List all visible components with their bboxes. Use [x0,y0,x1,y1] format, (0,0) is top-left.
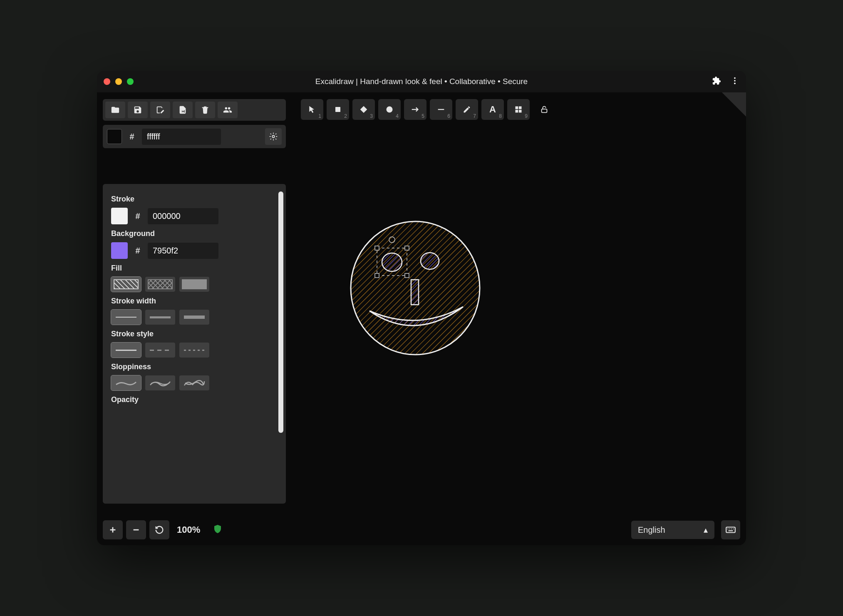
canvas-background-row: # [103,125,286,148]
fill-hachure[interactable] [111,277,141,292]
canvas-color-input[interactable] [142,129,221,145]
stroke-label: Stroke [111,195,278,204]
fill-crosshatch[interactable] [145,277,175,292]
stroke-color-swatch[interactable] [111,208,128,224]
tool-rectangle[interactable]: 2 [327,99,349,120]
svg-rect-16 [335,107,340,112]
canvas-color-swatch[interactable] [107,129,122,144]
save-button[interactable] [128,102,148,118]
svg-rect-10 [375,246,379,250]
gear-icon[interactable] [265,128,282,145]
svg-point-7 [421,253,439,269]
titlebar: Excalidraw | Hand-drawn look & feel • Co… [97,71,746,92]
fill-solid[interactable] [179,277,209,292]
sloppiness-cartoonist[interactable] [179,375,209,390]
svg-rect-28 [726,527,735,533]
fill-label: Fill [111,264,278,273]
svg-rect-11 [405,246,409,250]
svg-rect-20 [516,107,518,109]
tool-toolbar: 1 2 3 4 5 6 7 [301,99,555,120]
encryption-shield-icon[interactable] [213,524,223,536]
app-content: # Stroke # Background # Fill [97,92,746,545]
github-corner-icon[interactable] [722,92,746,117]
hash-label: # [132,211,144,221]
tool-ellipse[interactable]: 4 [378,99,401,120]
svg-rect-21 [519,107,522,109]
zoom-controls: 100% [103,520,223,539]
stroke-width-thick[interactable] [179,310,209,325]
svg-point-30 [729,529,730,529]
chevron-up-icon: ▴ [704,525,708,535]
svg-point-6 [382,253,402,271]
zoom-in-button[interactable] [103,520,123,539]
tool-line[interactable]: 6 [430,99,452,120]
sloppiness-label: Sloppiness [111,363,278,371]
tool-selection[interactable]: 1 [301,99,323,120]
language-select[interactable]: English ▴ [631,521,714,539]
svg-rect-12 [375,273,379,278]
tool-text[interactable]: A 8 [481,99,504,120]
main-menu [103,99,286,121]
stroke-color-input[interactable] [148,208,218,224]
tool-num: 4 [396,113,399,119]
svg-rect-8 [411,280,419,305]
stroke-width-medium[interactable] [145,310,175,325]
stroke-width-label: Stroke width [111,297,278,306]
background-label: Background [111,229,278,238]
svg-point-15 [272,135,275,138]
svg-rect-22 [516,110,518,113]
stroke-style-dotted[interactable] [179,343,209,358]
tool-diamond[interactable]: 3 [352,99,375,120]
zoom-reset-button[interactable] [149,520,169,539]
stroke-style-dashed[interactable] [145,343,175,358]
element-properties-panel: Stroke # Background # Fill Stroke width [103,184,286,504]
opacity-label: Opacity [111,395,278,404]
tool-num: 7 [473,113,476,119]
zoom-out-button[interactable] [126,520,146,539]
delete-button[interactable] [195,102,215,118]
svg-point-29 [727,529,728,529]
svg-point-17 [387,107,393,113]
tool-num: 5 [422,113,424,119]
tool-num: 6 [447,113,450,119]
panel-scrollbar[interactable] [278,191,284,498]
background-color-input[interactable] [148,243,218,259]
background-color-swatch[interactable] [111,242,128,259]
stroke-style-label: Stroke style [111,330,278,338]
hash-label: # [132,246,144,256]
open-button[interactable] [105,102,125,118]
tool-draw[interactable]: 7 [456,99,478,120]
tool-num: 3 [370,113,373,119]
svg-rect-23 [519,110,522,113]
svg-rect-13 [405,273,409,278]
sloppiness-artist[interactable] [145,375,175,390]
svg-point-31 [731,529,732,529]
stroke-style-solid[interactable] [111,343,141,358]
tool-num: 1 [318,113,321,119]
tool-arrow[interactable]: 5 [404,99,426,120]
collaborate-button[interactable] [218,102,238,118]
export-image-button[interactable] [173,102,193,118]
tool-num: 8 [499,113,502,119]
tool-lock[interactable] [533,99,555,120]
hash-label: # [126,132,138,142]
drawing-smiley-face[interactable] [347,217,484,359]
zoom-value[interactable]: 100% [173,524,204,535]
sloppiness-architect[interactable] [111,375,141,390]
keyboard-shortcuts-button[interactable] [721,520,740,539]
tool-num: 9 [525,113,528,119]
window-title: Excalidraw | Hand-drawn look & feel • Co… [97,77,746,86]
save-as-button[interactable] [150,102,170,118]
language-value: English [638,525,665,535]
svg-rect-33 [729,530,733,531]
svg-point-32 [733,529,734,529]
tool-library[interactable]: 9 [507,99,530,120]
tool-num: 2 [344,113,347,119]
svg-rect-24 [542,109,547,112]
stroke-width-thin[interactable] [111,310,141,325]
